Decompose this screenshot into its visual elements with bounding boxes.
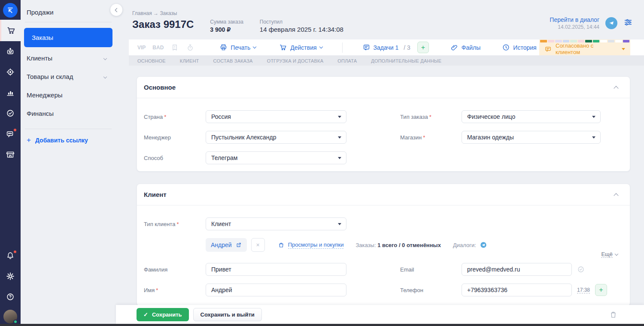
main-content: Главная → Заказы Заказ 9917С Сумма заказ…	[116, 0, 644, 326]
order-type-select[interactable]: Физическое лицо	[462, 110, 601, 123]
views-purchases-link[interactable]: Просмотры и покупки	[278, 241, 344, 249]
required-mark: *	[423, 134, 425, 141]
telegram-icon	[608, 20, 614, 26]
collapse-section-icon[interactable]	[614, 193, 618, 198]
bad-toggle[interactable]: BAD	[152, 45, 164, 51]
order-sum-value: 3 900 ₽	[210, 26, 243, 33]
firstname-input[interactable]	[206, 284, 346, 296]
check-circle-icon	[6, 109, 15, 118]
sidebar-divider	[25, 22, 112, 22]
actions-menu-button[interactable]: Действия	[279, 43, 322, 51]
help-icon	[6, 292, 15, 302]
email-valid-icon	[577, 266, 585, 273]
cart-icon	[6, 26, 16, 35]
status-progress	[539, 39, 630, 42]
sidebar-item-clients[interactable]: Клиенты	[21, 49, 116, 67]
tab-payment[interactable]: ОПЛАТА	[337, 58, 357, 63]
status-dropdown[interactable]: Согласовано с клиентом	[539, 39, 630, 55]
robot-icon	[6, 47, 15, 56]
rail-item-orders[interactable]	[0, 20, 21, 41]
files-button[interactable]: Файлы	[450, 43, 480, 51]
tasks-button[interactable]: Задачи 1	[362, 43, 399, 51]
client-type-select[interactable]: Клиент	[206, 217, 346, 230]
tab-order-contents[interactable]: СОСТАВ ЗАКАЗА	[213, 58, 253, 63]
icon-rail	[0, 0, 21, 326]
order-received-value: 14 февраля 2025 г. 14:34:08	[260, 26, 343, 33]
plus-icon: +	[27, 136, 31, 145]
telegram-dialog-button[interactable]	[605, 17, 617, 29]
print-label: Печать	[231, 44, 250, 51]
trash-icon	[609, 311, 617, 319]
views-purchases-label: Просмотры и покупки	[288, 241, 344, 249]
tab-client[interactable]: КЛИЕНТ	[180, 58, 199, 63]
client-section-header: Клиент	[137, 184, 630, 205]
sidebar-item-finance[interactable]: Финансы	[21, 104, 116, 123]
subscribe-button[interactable]	[170, 43, 179, 52]
firstname-label: Имя*	[144, 287, 206, 293]
client-section-title: Клиент	[144, 191, 167, 198]
rail-item-store[interactable]	[0, 144, 21, 165]
order-settings-button[interactable]	[623, 18, 633, 29]
sidebar-item-goods[interactable]: Товары и склад	[21, 67, 116, 86]
rail-item-help[interactable]	[0, 287, 21, 307]
lastname-input[interactable]	[206, 263, 346, 276]
method-select[interactable]: Телеграм	[206, 151, 346, 164]
remove-client-button[interactable]: ×	[251, 238, 265, 252]
history-button[interactable]: История	[502, 43, 536, 51]
country-select[interactable]: Россия	[206, 110, 346, 123]
add-link-button[interactable]: + Добавить ссылку	[21, 129, 116, 151]
email-input[interactable]	[462, 263, 572, 276]
breadcrumb-orders[interactable]: Заказы	[160, 10, 177, 16]
manager-select[interactable]: Пустыльник Александр	[206, 131, 346, 144]
client-dialog-telegram[interactable]	[480, 241, 487, 249]
phone-time-link[interactable]: 17:38	[577, 287, 590, 293]
client-chip[interactable]: Андрей	[206, 238, 247, 252]
more-fields-toggle[interactable]: Ещё	[601, 251, 618, 258]
tab-additional[interactable]: ДОПОЛНИТЕЛЬНЫЕ ДАННЫЕ	[371, 58, 441, 63]
phone-label: Телефон	[400, 287, 462, 293]
order-received-label: Поступил	[260, 19, 343, 25]
tasks-total: / 3	[404, 44, 410, 51]
go-to-dialog-link[interactable]: Перейти в диалог	[550, 16, 599, 23]
rail-item-target[interactable]	[0, 62, 21, 82]
shop-value: Магазин одежды	[467, 134, 514, 141]
timer-button[interactable]	[186, 43, 194, 52]
chevron-down-icon	[253, 45, 256, 48]
tab-main[interactable]: ОСНОВНОЕ	[137, 58, 166, 63]
dialog-timestamp: 14.02.2025, 14:44	[550, 24, 599, 30]
add-task-button[interactable]: +	[417, 42, 429, 53]
rail-item-chats[interactable]	[0, 124, 21, 144]
phone-input[interactable]	[462, 284, 572, 296]
breadcrumb-home[interactable]: Главная	[132, 10, 152, 16]
logo-arrow-icon	[6, 6, 15, 15]
rail-item-analytics[interactable]	[0, 82, 21, 103]
rail-item-settings[interactable]	[0, 266, 21, 287]
client-type-label: Тип клиента*	[144, 221, 206, 227]
rail-item-bot[interactable]	[0, 41, 21, 62]
print-menu-button[interactable]: Печать	[219, 43, 256, 51]
tasks-label: Задачи 1	[374, 44, 399, 51]
paperclip-icon	[450, 43, 459, 51]
save-and-exit-button[interactable]: Сохранить и выйти	[193, 308, 262, 321]
title-row: Заказ 9917С Сумма заказа 3 900 ₽ Поступи…	[132, 19, 343, 33]
more-label: Ещё	[601, 251, 613, 258]
dialog-text-block: Перейти в диалог 14.02.2025, 14:44	[550, 16, 599, 30]
vip-toggle[interactable]: VIP	[137, 45, 146, 51]
select-caret-icon	[592, 116, 595, 118]
app-logo[interactable]	[3, 3, 18, 18]
sidebar-collapse-button[interactable]	[110, 4, 122, 16]
shop-select[interactable]: Магазин одежды	[462, 131, 601, 144]
add-phone-button[interactable]: +	[595, 284, 607, 296]
select-caret-icon	[338, 223, 341, 225]
client-section-body: Тип клиента* Клиент Андрей × Просмотры и…	[137, 205, 630, 308]
sidebar-item-managers[interactable]: Менеджеры	[21, 86, 116, 104]
user-avatar[interactable]	[3, 310, 17, 323]
delete-order-button[interactable]	[609, 311, 617, 319]
tab-shipping[interactable]: ОТГРУЗКА И ДОСТАВКА	[267, 58, 324, 63]
required-mark: *	[176, 221, 179, 227]
collapse-section-icon[interactable]	[614, 86, 618, 91]
rail-item-tasks[interactable]	[0, 103, 21, 124]
rail-item-notifications[interactable]	[0, 245, 21, 266]
sidebar-item-orders[interactable]: Заказы	[24, 28, 112, 47]
save-button[interactable]: ✓ Сохранить	[137, 308, 189, 321]
